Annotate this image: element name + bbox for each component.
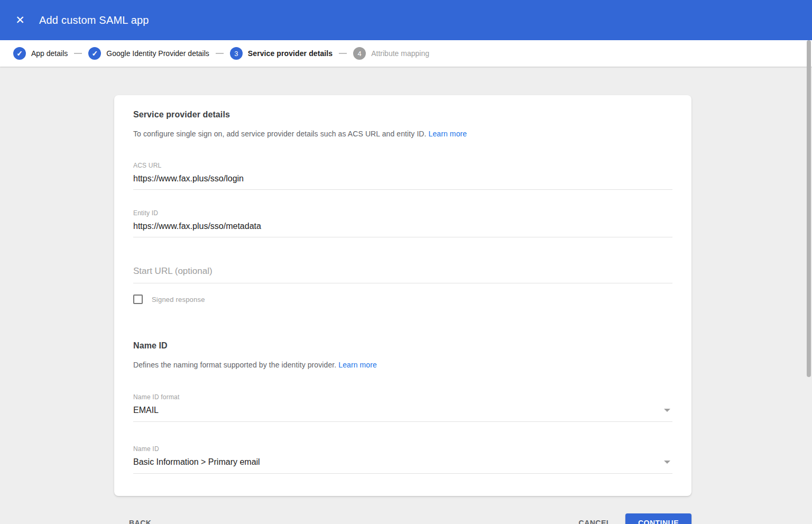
acs-url-label: ACS URL — [133, 162, 672, 169]
step-3-circle: 3 — [230, 47, 243, 60]
step-separator — [339, 53, 347, 54]
step-2-circle: ✓ — [88, 47, 101, 60]
name-id-format-value: EMAIL — [133, 406, 159, 415]
step-service-provider-details[interactable]: 3 Service provider details — [230, 47, 333, 60]
acs-url-field: ACS URL — [133, 162, 672, 190]
step-4-label: Attribute mapping — [371, 49, 429, 58]
scrollbar[interactable] — [807, 40, 811, 377]
step-app-details[interactable]: ✓ App details — [13, 47, 68, 60]
step-1-circle: ✓ — [13, 47, 26, 60]
step-2-label: Google Identity Provider details — [106, 49, 209, 58]
signed-response-checkbox[interactable] — [133, 295, 143, 304]
signed-response-label: Signed response — [152, 296, 205, 304]
name-id-description-text: Defines the naming format supported by t… — [133, 361, 336, 369]
dialog-title: Add custom SAML app — [39, 14, 149, 26]
check-icon: ✓ — [16, 50, 23, 57]
step-4-circle: 4 — [353, 47, 366, 60]
cancel-button[interactable]: CANCEL — [575, 513, 615, 524]
name-id-select[interactable]: Name ID Basic Information > Primary emai… — [133, 445, 672, 474]
step-3-number: 3 — [234, 50, 238, 58]
dialog-footer: BACK CANCEL CONTINUE — [114, 513, 691, 524]
entity-id-input[interactable] — [133, 217, 672, 237]
chevron-down-icon — [664, 409, 670, 412]
name-id-section: Name ID Defines the naming format suppor… — [133, 341, 672, 474]
learn-more-link[interactable]: Learn more — [338, 361, 377, 369]
step-3-label: Service provider details — [248, 49, 333, 58]
start-url-input[interactable] — [133, 263, 672, 283]
service-provider-details-card: Service provider details To configure si… — [114, 95, 691, 496]
start-url-field — [133, 263, 672, 283]
check-icon: ✓ — [91, 50, 98, 57]
step-separator — [74, 53, 82, 54]
step-separator — [216, 53, 224, 54]
signed-response-row: Signed response — [133, 295, 672, 304]
acs-url-input[interactable] — [133, 169, 672, 190]
name-id-format-select[interactable]: Name ID format EMAIL — [133, 393, 672, 422]
section-description-text: To configure single sign on, add service… — [133, 130, 427, 138]
chevron-down-icon — [664, 461, 670, 464]
back-button[interactable]: BACK — [125, 513, 155, 524]
stepper: ✓ App details ✓ Google Identity Provider… — [0, 40, 812, 67]
name-id-label: Name ID — [133, 445, 672, 453]
footer-actions: CANCEL CONTINUE — [575, 513, 691, 524]
entity-id-field: Entity ID — [133, 209, 672, 237]
name-id-value: Basic Information > Primary email — [133, 457, 260, 467]
name-id-format-label: Name ID format — [133, 393, 672, 401]
learn-more-link[interactable]: Learn more — [429, 130, 467, 138]
close-icon[interactable]: ✕ — [13, 13, 27, 27]
step-4-number: 4 — [358, 50, 362, 58]
step-attribute-mapping[interactable]: 4 Attribute mapping — [353, 47, 429, 60]
section-description: To configure single sign on, add service… — [133, 130, 672, 138]
entity-id-label: Entity ID — [133, 209, 672, 217]
step-1-label: App details — [31, 49, 68, 58]
name-id-title: Name ID — [133, 341, 672, 351]
name-id-description: Defines the naming format supported by t… — [133, 361, 672, 369]
section-title: Service provider details — [133, 110, 672, 119]
continue-button[interactable]: CONTINUE — [625, 513, 691, 524]
dialog-header: ✕ Add custom SAML app — [0, 0, 812, 40]
step-google-idp-details[interactable]: ✓ Google Identity Provider details — [88, 47, 209, 60]
